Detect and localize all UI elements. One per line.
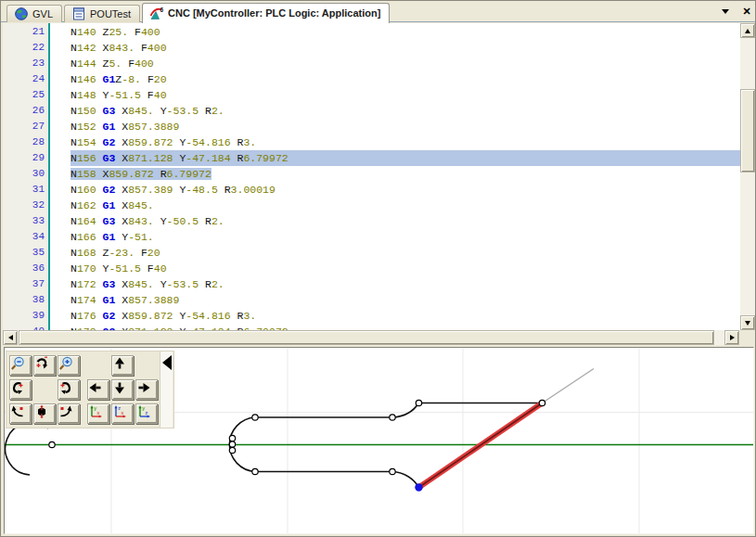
cnc-path-viewer[interactable]: yxzxyz [4, 347, 754, 534]
zoom-out-button[interactable] [9, 355, 32, 376]
waypoint-marker [416, 400, 421, 405]
line-number: 39 [3, 308, 48, 324]
pan-up-button[interactable] [111, 355, 134, 376]
code-line[interactable]: N160 G2 X857.389 Y-48.5 R3.00019 [52, 182, 740, 198]
view-yz-button[interactable]: yz [135, 403, 158, 424]
view-xy-button[interactable]: yx [87, 403, 109, 424]
globe-icon [14, 6, 29, 21]
code-line-text: N172 G3 X845. Y-53.5 R2. [70, 278, 224, 290]
vertical-scroll-thumb[interactable] [740, 89, 755, 173]
line-number: 29 [3, 150, 48, 166]
waypoint-marker [229, 435, 235, 441]
line-number: 37 [3, 276, 48, 292]
code-line-text: N156 G3 X871.128 Y-47.184 R6.79972 [70, 152, 288, 164]
code-line-text: N166 G1 Y-51. [70, 231, 154, 243]
viewer-toolbar: yxzxyz [6, 351, 174, 428]
tab-cnc[interactable]: 6CNC [MyController: PLC Logic: Applicati… [142, 3, 390, 23]
pan-right-button[interactable] [135, 379, 158, 400]
vertical-scrollbar[interactable] [740, 23, 755, 330]
code-line[interactable]: N178 G3 X871.128 Y-47.184 R6.79972 [52, 324, 740, 330]
toolbar-collapse-handle[interactable] [160, 352, 173, 428]
tab-list-dropdown-button[interactable] [719, 5, 732, 18]
scroll-left-button[interactable] [3, 330, 18, 345]
scroll-up-button[interactable] [740, 23, 755, 38]
code-line-text: N140 Z25. F400 [70, 26, 160, 38]
code-line-text: N176 G2 X859.872 Y-54.816 R3. [70, 310, 256, 322]
cnc-editor-window: GVLPOUTest6CNC [MyController: PLC Logic:… [0, 0, 756, 537]
code-line[interactable]: N150 G3 X845. Y-53.5 R2. [52, 103, 740, 119]
line-number: 34 [3, 229, 48, 245]
pou-icon [71, 6, 86, 21]
code-line[interactable]: N148 Y-51.5 F40 [52, 87, 740, 103]
code-line[interactable]: N166 G1 Y-51. [52, 229, 740, 245]
document-tabs: GVLPOUTest6CNC [MyController: PLC Logic:… [6, 1, 391, 22]
code-line-text: N162 G1 X845. [70, 199, 154, 211]
code-line[interactable]: N176 G2 X859.872 Y-54.816 R3. [52, 308, 740, 324]
line-number: 33 [3, 213, 48, 229]
tab-label: GVL [32, 8, 53, 19]
code-line[interactable]: N144 Z5. F400 [52, 56, 740, 71]
code-line[interactable]: N174 G1 X857.3889 [52, 292, 740, 308]
waypoint-marker [229, 447, 235, 453]
code-line[interactable]: N152 G1 X857.3889 [52, 119, 740, 134]
code-line-text: N164 G3 X843. Y-50.5 R2. [70, 215, 224, 227]
waypoint-marker [252, 415, 258, 420]
code-line[interactable]: N168 Z-23. F20 [52, 245, 740, 261]
arc-vertical-button[interactable] [33, 403, 56, 424]
code-line[interactable]: N140 Z25. F400 [52, 24, 740, 40]
rotate-left-button[interactable] [9, 379, 32, 400]
tab-gvl[interactable]: GVL [6, 5, 62, 22]
zoom-in-button[interactable] [58, 355, 80, 376]
pan-down-button[interactable] [111, 379, 134, 400]
scroll-down-button[interactable] [740, 315, 755, 330]
line-number: 38 [3, 292, 48, 308]
code-line[interactable]: N170 Y-51.5 F40 [52, 261, 740, 276]
horizontal-scroll-thumb[interactable] [19, 330, 714, 345]
pan-left-button[interactable] [87, 379, 109, 400]
scrollbar-corner [740, 330, 755, 345]
code-line[interactable]: N146 G1Z-8. F20 [52, 71, 740, 87]
code-line[interactable]: N158 X859.872 R6.79972 [52, 166, 740, 182]
line-number: 24 [3, 71, 48, 87]
code-line-text: N170 Y-51.5 F40 [70, 262, 167, 275]
horizontal-scrollbar[interactable] [3, 330, 739, 345]
code-line[interactable]: N156 G3 X871.128 Y-47.184 R6.79972 [52, 150, 740, 166]
line-number: 36 [3, 261, 48, 276]
code-line[interactable]: N164 G3 X843. Y-50.5 R2. [52, 213, 740, 229]
waypoint-marker [390, 468, 395, 474]
rotate-view-button[interactable] [33, 355, 56, 376]
code-line-text: N174 G1 X857.3889 [70, 294, 179, 306]
waypoint-marker [49, 441, 55, 447]
line-number: 35 [3, 245, 48, 261]
line-number: 22 [3, 40, 48, 56]
arc-right-button[interactable] [58, 403, 80, 424]
code-line[interactable]: N172 G3 X845. Y-53.5 R2. [52, 276, 740, 292]
line-number: 40 [3, 324, 48, 330]
arc-left-button[interactable] [9, 403, 32, 424]
code-line-text: N160 G2 X857.389 Y-48.5 R3.00019 [70, 184, 275, 196]
svg-text:z: z [146, 410, 148, 416]
rotate-right-button[interactable] [58, 379, 80, 400]
view-xz-button[interactable]: zx [111, 403, 134, 424]
code-line-text: N154 G2 X859.872 Y-54.816 R3. [70, 136, 256, 148]
code-line[interactable]: N142 X843. F400 [52, 40, 740, 56]
line-number: 26 [3, 103, 48, 119]
scroll-right-button[interactable] [724, 330, 739, 345]
code-line[interactable]: N154 G2 X859.872 Y-54.816 R3. [52, 134, 740, 150]
gcode-editor[interactable]: 2122232425262728293031323334353637383940… [3, 23, 740, 330]
code-line-text: N152 G1 X857.3889 [70, 121, 179, 133]
code-line-text: N148 Y-51.5 F40 [70, 89, 167, 101]
tab-poutest[interactable]: POUTest [64, 5, 140, 22]
code-line-text: N158 X859.872 R6.79972 [70, 168, 211, 180]
close-document-button[interactable]: ✕ [740, 5, 753, 18]
gcode-text-area[interactable]: N140 Z25. F400N142 X843. F400N144 Z5. F4… [52, 24, 740, 330]
waypoint-marker [539, 400, 545, 405]
line-numbers: 2122232425262728293031323334353637383940 [3, 24, 48, 330]
arrow-right-icon [730, 335, 735, 340]
line-number: 21 [3, 24, 48, 40]
chevron-down-icon [722, 9, 729, 14]
code-line-text: N144 Z5. F400 [70, 58, 154, 70]
code-line[interactable]: N162 G1 X845. [52, 198, 740, 213]
svg-text:6: 6 [160, 6, 164, 13]
arrow-up-icon [745, 29, 750, 33]
